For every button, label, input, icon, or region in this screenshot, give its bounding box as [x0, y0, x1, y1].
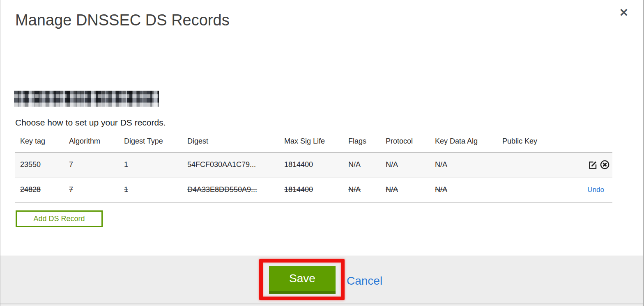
- page-title: Manage DNSSEC DS Records: [15, 11, 230, 29]
- cell-key-data-alg: N/A: [430, 177, 497, 202]
- page-bottom-edge: [0, 304, 643, 306]
- cell-key-tag: 24828: [15, 177, 64, 202]
- cell-digest-type: 1: [119, 152, 182, 177]
- cell-key-data-alg: N/A: [430, 152, 497, 177]
- ds-record-row-deleted: 24828 7 1 D4A33E8DD550A9... 1814400 N/A …: [15, 177, 612, 202]
- cell-flags: N/A: [343, 152, 381, 177]
- col-header-protocol: Protocol: [381, 135, 430, 152]
- row-actions: [580, 152, 612, 177]
- col-header-max-sig-life: Max Sig Life: [279, 135, 343, 152]
- col-header-algorithm: Algorithm: [64, 135, 119, 152]
- edit-record-icon[interactable]: [588, 160, 598, 170]
- cell-flags: N/A: [343, 177, 381, 202]
- cell-digest: D4A33E8DD550A9...: [182, 177, 279, 202]
- cell-key-tag: 23550: [15, 152, 64, 177]
- table-header-row: Key tag Algorithm Digest Type Digest Max…: [15, 135, 612, 152]
- cell-protocol: N/A: [381, 152, 430, 177]
- ds-record-row: 23550 7 1 54FCF030AA1C79... 1814400 N/A …: [15, 152, 612, 177]
- col-header-actions: [580, 135, 612, 152]
- cell-public-key: [497, 177, 580, 202]
- ds-records-table: Key tag Algorithm Digest Type Digest Max…: [15, 135, 612, 203]
- col-header-key-data-alg: Key Data Alg: [430, 135, 497, 152]
- add-ds-record-button[interactable]: Add DS Record: [16, 210, 103, 227]
- cancel-link[interactable]: Cancel: [347, 274, 382, 288]
- cell-algorithm: 7: [64, 152, 119, 177]
- col-header-flags: Flags: [343, 135, 381, 152]
- col-header-key-tag: Key tag: [15, 135, 64, 152]
- close-icon[interactable]: ✕: [619, 7, 628, 18]
- cell-protocol: N/A: [381, 177, 430, 202]
- manage-dnssec-modal: Manage DNSSEC DS Records ✕ Choose how to…: [0, 0, 644, 306]
- undo-link[interactable]: Undo: [587, 186, 610, 194]
- description-text: Choose how to set up your DS records.: [15, 118, 166, 128]
- cell-digest: 54FCF030AA1C79...: [182, 152, 279, 177]
- col-header-digest-type: Digest Type: [119, 135, 182, 152]
- footer-bar: Save Cancel: [0, 256, 643, 304]
- cell-digest-type: 1: [119, 177, 182, 202]
- cell-max-sig-life: 1814400: [279, 152, 343, 177]
- cell-max-sig-life: 1814400: [279, 177, 343, 202]
- save-button[interactable]: Save: [269, 266, 336, 294]
- cell-public-key: [497, 152, 580, 177]
- row-actions: Undo: [580, 177, 612, 202]
- redacted-domain-name: [14, 91, 159, 107]
- col-header-public-key: Public Key: [497, 135, 580, 152]
- col-header-digest: Digest: [182, 135, 279, 152]
- cell-algorithm: 7: [64, 177, 119, 202]
- delete-record-icon[interactable]: [600, 160, 610, 170]
